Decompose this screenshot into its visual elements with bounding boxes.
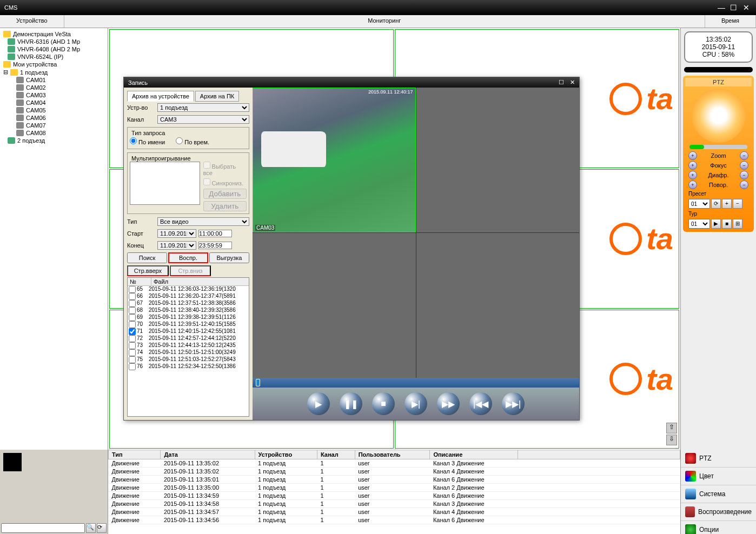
close-icon[interactable]: ✕ [741,3,752,12]
preset-goto-button[interactable]: ⟳ [711,199,721,209]
multiplay-list[interactable] [130,162,200,205]
log-col-type[interactable]: Тип [109,450,161,459]
menu-options[interactable]: Опции [681,521,756,534]
log-row[interactable]: Движение2015-09-11 13:34:581 подъезд1use… [109,500,680,508]
rotate-right-button[interactable]: − [740,181,748,189]
file-row[interactable]: 652015-09-11 12:36:03-12:36:19(1320 [128,286,249,293]
start-date[interactable]: 11.09.2015 [157,229,196,238]
log-row[interactable]: Движение2015-09-11 13:35:021 подъезд1use… [109,468,680,476]
add-button[interactable]: Добавить [203,189,247,199]
playback-cell-2[interactable] [416,88,580,232]
menu-time[interactable]: Время [705,15,756,28]
pageup-button[interactable]: Стр.вверх [127,265,169,276]
start-time[interactable] [198,230,232,237]
tree-cam-item[interactable]: CAM03 [2,91,105,99]
tour-grid-button[interactable]: ⊞ [733,219,742,229]
file-row[interactable]: 732015-09-11 12:44:13-12:50:12(2435 [128,342,249,349]
remove-button[interactable]: Удалить [203,201,247,211]
tour-play-button[interactable]: ▶ [711,219,721,229]
radio-by-time[interactable]: По врем. [176,137,209,145]
file-row[interactable]: 672015-09-11 12:37:51-12:38:38(3586 [128,300,249,307]
iris-in-button[interactable]: + [688,171,697,179]
play-button-dlg[interactable]: Воспр. [168,252,208,263]
dialog-close-icon[interactable]: ✕ [570,79,575,85]
ptz-speed-slider[interactable] [689,145,747,149]
download-button[interactable]: Выгрузка [209,252,249,263]
check-sync[interactable]: Синхрониз. [203,178,247,186]
tree-mydev[interactable]: Мои устройства [2,61,105,68]
search-button[interactable]: 🔍 [86,523,96,533]
dialog-maximize-icon[interactable]: ☐ [559,79,564,85]
tree-cam-item[interactable]: CAM02 [2,84,105,91]
tree-demo[interactable]: Демонстрация VeSta [2,30,105,38]
zoom-in-button[interactable]: + [688,151,697,160]
focus-out-button[interactable]: − [740,161,748,170]
zoom-out-button[interactable]: − [740,151,748,160]
log-row[interactable]: Движение2015-09-11 13:34:561 подъезд1use… [109,516,680,524]
preset-del-button[interactable]: − [733,199,742,209]
ptz-dpad[interactable] [692,89,746,143]
log-col-channel[interactable]: Канал [317,450,355,459]
radio-by-name[interactable]: По имени [130,137,165,145]
preset-select[interactable]: 01 [688,199,710,209]
tree-cam-item[interactable]: CAM05 [2,106,105,114]
file-row[interactable]: 692015-09-11 12:39:38-12:39:51(1126 [128,314,249,321]
tree-pod1[interactable]: ⊟ 1 подъезд [2,68,105,76]
tab-device-archive[interactable]: Архив на устройстве [127,91,194,102]
log-col-device[interactable]: Устройство [255,450,317,459]
file-list[interactable]: №Файл 652015-09-11 12:36:03-12:36:19(132… [127,277,249,417]
log-col-user[interactable]: Пользователь [355,450,430,459]
fullscreen-button[interactable] [3,453,22,471]
search-input[interactable] [1,523,85,533]
skip-forward-icon[interactable]: ▶▶| [502,392,525,415]
tree-device-item[interactable]: VNVR-6524L (IP) [2,53,105,61]
stop-icon[interactable]: ■ [372,392,395,415]
tour-select[interactable]: 01 [688,219,710,229]
file-row[interactable]: 712015-09-11 12:40:15-12:42:55(1081 [128,328,249,335]
end-date[interactable]: 11.09.2015 [157,241,196,250]
file-row[interactable]: 662015-09-11 12:36:20-12:37:47(5891 [128,293,249,300]
tree-device-item[interactable]: VHVR-6316 (AHD 1 Mp [2,38,105,45]
tree-cam-item[interactable]: CAM08 [2,129,105,137]
log-col-date[interactable]: Дата [161,450,255,459]
check-select-all[interactable]: Выбрать все [203,162,247,176]
log-row[interactable]: Движение2015-09-11 13:35:021 подъезд1use… [109,459,680,468]
log-row[interactable]: Движение2015-09-11 13:34:571 подъезд1use… [109,508,680,516]
refresh-button[interactable]: ⟳ [97,523,107,533]
log-col-desc[interactable]: Описание [430,450,518,459]
menu-device[interactable]: Устройство [0,15,64,28]
menu-system[interactable]: Система [681,485,756,503]
tree-cam-item[interactable]: CAM01 [2,76,105,84]
menu-playback[interactable]: Воспроизведение [681,503,756,521]
tab-pc-archive[interactable]: Архив на ПК [195,91,239,102]
playback-cell-1[interactable]: CAM03 2015.09.11 12:40:17 [253,88,416,232]
log-row[interactable]: Движение2015-09-11 13:35:001 подъезд1use… [109,484,680,492]
preset-add-button[interactable]: + [722,199,732,209]
tree-pod2[interactable]: 2 подъезд [2,137,105,144]
playback-cell-4[interactable] [416,233,580,378]
file-row[interactable]: 742015-09-11 12:50:15-12:51:00(3249 [128,349,249,356]
tour-stop-button[interactable]: ■ [722,219,732,229]
menu-ptz[interactable]: PTZ [681,450,756,468]
step-icon[interactable]: ▶| [404,392,427,415]
type-select[interactable]: Все видео [157,217,249,226]
play-icon[interactable]: ▶ [307,392,330,415]
pagedown-button[interactable]: Стр.вниз [170,265,211,276]
tree-cam-item[interactable]: CAM06 [2,114,105,122]
playback-cell-3[interactable] [253,233,416,378]
focus-in-button[interactable]: + [688,161,697,170]
pause-icon[interactable]: ❚❚ [340,392,362,415]
skip-back-icon[interactable]: |◀◀ [469,392,492,415]
maximize-icon[interactable]: ☐ [728,3,739,12]
file-row[interactable]: 762015-09-11 12:52:34-12:52:50(1386 [128,363,249,370]
menu-monitoring[interactable]: Мониторинг [64,15,705,28]
tree-cam-item[interactable]: CAM04 [2,99,105,106]
fast-forward-icon[interactable]: ▶▶ [437,392,460,415]
minimize-icon[interactable]: — [716,3,727,12]
file-row[interactable]: 722015-09-11 12:42:57-12:44:12(5220 [128,335,249,342]
menu-color[interactable]: Цвет [681,468,756,485]
log-up-button[interactable]: ⇧ [666,423,677,433]
rotate-left-button[interactable]: + [688,181,697,189]
iris-out-button[interactable]: − [740,171,748,179]
playback-timeline[interactable] [253,378,579,388]
